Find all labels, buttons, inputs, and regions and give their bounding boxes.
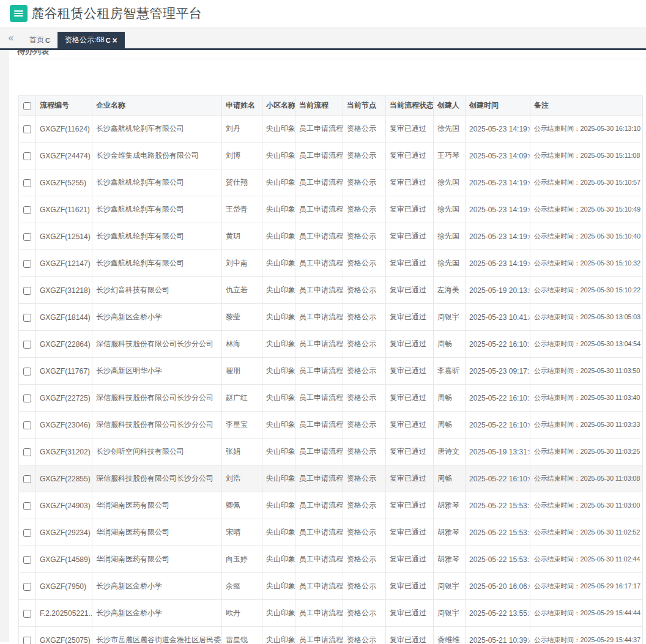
cell-community: 尖山印象 bbox=[262, 331, 295, 358]
cell-current-flow: 员工申请流程 bbox=[295, 304, 343, 331]
row-checkbox[interactable] bbox=[23, 394, 31, 402]
row-checkbox[interactable] bbox=[23, 610, 31, 618]
row-checkbox[interactable] bbox=[23, 475, 31, 483]
table-row[interactable]: GXGZF(11767) 长沙高新区明华小学 翟朋 尖山印象 员工申请流程 资格… bbox=[19, 358, 643, 385]
table-row[interactable]: GXGZF(22725) 深信服科技股份有限公司长沙分公司 赵广红 尖山印象 员… bbox=[19, 385, 643, 412]
row-checkbox[interactable] bbox=[23, 556, 31, 564]
table-row[interactable]: GXGZF(11621) 长沙鑫航机轮刹车有限公司 王岱青 尖山印象 员工申请流… bbox=[19, 196, 643, 223]
close-icon[interactable]: × bbox=[113, 37, 117, 44]
cell-create-time: 2025-05-22 16:10:11 bbox=[466, 331, 530, 358]
panel-heading: 待办列表 bbox=[9, 50, 646, 59]
table-row[interactable]: GXGZF(12514) 长沙鑫航机轮刹车有限公司 黄玥 尖山印象 员工申请流程… bbox=[19, 223, 643, 250]
row-checkbox[interactable] bbox=[23, 637, 31, 644]
cell-flow-status: 复审已通过 bbox=[386, 600, 434, 627]
table-row[interactable]: GXGZF(24903) 华润湖南医药有限公司 卿佩 尖山印象 员工申请流程 资… bbox=[19, 492, 643, 519]
cell-current-node: 资格公示 bbox=[343, 627, 386, 644]
cell-process-no: GXGZF(12514) bbox=[36, 223, 92, 250]
cell-current-flow: 员工申请流程 bbox=[295, 519, 343, 546]
row-checkbox-cell bbox=[19, 600, 36, 627]
col-header-flow-status: 当前流程状态 bbox=[386, 96, 434, 116]
row-checkbox[interactable] bbox=[23, 529, 31, 537]
cell-creator: 李嘉昕 bbox=[434, 358, 466, 385]
cell-flow-status: 复审已通过 bbox=[386, 573, 434, 600]
cell-remark: 公示结束时间：2025-05-30 15:10:40 bbox=[530, 223, 643, 250]
row-checkbox[interactable] bbox=[23, 260, 31, 268]
cell-create-time: 2025-05-23 14:19:08 bbox=[466, 250, 530, 277]
row-checkbox[interactable] bbox=[23, 314, 31, 322]
table-row[interactable]: GXGZF(18144) 长沙高新区金桥小学 黎莹 尖山印象 员工申请流程 资格… bbox=[19, 304, 643, 331]
row-checkbox[interactable] bbox=[23, 233, 31, 241]
cell-company: 长沙高新区金桥小学 bbox=[92, 600, 222, 627]
cell-current-node: 资格公示 bbox=[343, 412, 386, 439]
table-row[interactable]: GXGZF(14589) 华润湖南医药有限公司 向玉婷 尖山印象 员工申请流程 … bbox=[19, 546, 643, 573]
row-checkbox[interactable] bbox=[23, 287, 31, 295]
cell-company: 华润湖南医药有限公司 bbox=[92, 546, 222, 573]
row-checkbox[interactable] bbox=[23, 583, 31, 591]
cell-community: 尖山印象 bbox=[262, 573, 295, 600]
tab-qualification-publicity[interactable]: 资格公示:68 C × bbox=[58, 32, 125, 48]
refresh-icon[interactable]: C bbox=[45, 37, 50, 44]
row-checkbox[interactable] bbox=[23, 206, 31, 214]
col-header-process-no: 流程编号 bbox=[36, 96, 92, 116]
cell-flow-status: 复审已通过 bbox=[386, 169, 434, 196]
tab-home[interactable]: 首页 C bbox=[22, 32, 58, 48]
table-row[interactable]: GXGZF(12147) 长沙鑫航机轮刹车有限公司 刘中南 尖山印象 员工申请流… bbox=[19, 250, 643, 277]
cell-applicant: 林海 bbox=[222, 331, 262, 358]
page-title: 麓谷租赁公租房智慧管理平台 bbox=[31, 5, 202, 22]
table-row[interactable]: GXGZF(25075) 长沙市岳麓区麓谷街道金雅社区居民委员会 雷星锐 尖山印… bbox=[19, 627, 643, 644]
cell-creator: 徐先国 bbox=[434, 116, 466, 142]
cell-process-no: GXGZF(22855) bbox=[36, 465, 92, 492]
cell-create-time: 2025-05-20 16:06:03 bbox=[466, 573, 530, 600]
row-checkbox[interactable] bbox=[23, 368, 31, 376]
col-header-creator: 创建人 bbox=[434, 96, 466, 116]
cell-process-no: GXGZF(25075) bbox=[36, 627, 92, 644]
cell-community: 尖山印象 bbox=[262, 519, 295, 546]
select-all-checkbox[interactable] bbox=[23, 102, 31, 110]
cell-applicant: 贺仕翔 bbox=[222, 169, 262, 196]
table-row[interactable]: GXGZF(23046) 深信服科技股份有限公司长沙分公司 李星宝 尖山印象 员… bbox=[19, 412, 643, 439]
table-row[interactable]: GXGZF(22855) 深信服科技股份有限公司长沙分公司 刘浩 尖山印象 员工… bbox=[19, 465, 643, 492]
menu-toggle-button[interactable] bbox=[10, 5, 28, 22]
cell-create-time: 2025-05-23 14:19:07 bbox=[466, 223, 530, 250]
table-row[interactable]: GXGZF(24474) 长沙金维集成电路股份有限公司 刘博 尖山印象 员工申请… bbox=[19, 142, 643, 169]
table-row[interactable]: GXGZF(5255) 长沙鑫航机轮刹车有限公司 贺仕翔 尖山印象 员工申请流程… bbox=[19, 169, 643, 196]
cell-process-no: GXGZF(23046) bbox=[36, 412, 92, 439]
cell-current-node: 资格公示 bbox=[343, 465, 386, 492]
table-row[interactable]: GXGZF(31218) 长沙幻音科技有限公司 仇立若 尖山印象 员工申请流程 … bbox=[19, 277, 643, 304]
cell-applicant: 刘中南 bbox=[222, 250, 262, 277]
row-checkbox-cell bbox=[19, 304, 36, 331]
cell-flow-status: 复审已通过 bbox=[386, 223, 434, 250]
cell-current-node: 资格公示 bbox=[343, 116, 386, 142]
row-checkbox[interactable] bbox=[23, 502, 31, 510]
table-row[interactable]: F.2.202505221... 长沙高新区金桥小学 欧丹 尖山印象 员工申请流… bbox=[19, 600, 643, 627]
app-header: 麓谷租赁公租房智慧管理平台 bbox=[0, 0, 646, 27]
cell-process-no: GXGZF(31202) bbox=[36, 439, 92, 465]
refresh-icon[interactable]: C bbox=[106, 37, 111, 44]
table-row[interactable]: GXGZF(22864) 深信服科技股份有限公司长沙分公司 林海 尖山印象 员工… bbox=[19, 331, 643, 358]
cell-current-flow: 员工申请流程 bbox=[295, 385, 343, 412]
cell-remark: 公示结束时间：2025-05-30 15:10:49 bbox=[530, 196, 643, 223]
row-checkbox[interactable] bbox=[23, 421, 31, 429]
cell-current-node: 资格公示 bbox=[343, 519, 386, 546]
table-row[interactable]: GXGZF(11624) 长沙鑫航机轮刹车有限公司 刘丹 尖山印象 员工申请流程… bbox=[19, 116, 643, 142]
panel-title: 待办列表 bbox=[9, 50, 646, 57]
row-checkbox[interactable] bbox=[23, 125, 31, 133]
cell-applicant: 张娟 bbox=[222, 439, 262, 465]
cell-process-no: GXGZF(24474) bbox=[36, 142, 92, 169]
collapse-tabs-icon[interactable]: « bbox=[0, 33, 22, 43]
table-row[interactable]: GXGZF(31202) 长沙创昕空间科技有限公司 张娟 尖山印象 员工申请流程… bbox=[19, 439, 643, 465]
cell-remark: 公示结束时间：2025-05-30 13:05:03 bbox=[530, 304, 643, 331]
cell-current-node: 资格公示 bbox=[343, 358, 386, 385]
row-checkbox[interactable] bbox=[23, 448, 31, 456]
cell-current-flow: 员工申请流程 bbox=[295, 492, 343, 519]
table-row[interactable]: GXGZF(7950) 长沙高新区金桥小学 余懿 尖山印象 员工申请流程 资格公… bbox=[19, 573, 643, 600]
cell-current-node: 资格公示 bbox=[343, 169, 386, 196]
row-checkbox[interactable] bbox=[23, 152, 31, 160]
row-checkbox[interactable] bbox=[23, 341, 31, 349]
cell-current-flow: 员工申请流程 bbox=[295, 331, 343, 358]
cell-flow-status: 复审已通过 bbox=[386, 304, 434, 331]
row-checkbox-cell bbox=[19, 331, 36, 358]
table-row[interactable]: GXGZF(29234) 华润湖南医药有限公司 宋晴 尖山印象 员工申请流程 资… bbox=[19, 519, 643, 546]
row-checkbox[interactable] bbox=[23, 179, 31, 187]
cell-flow-status: 复审已通过 bbox=[386, 546, 434, 573]
